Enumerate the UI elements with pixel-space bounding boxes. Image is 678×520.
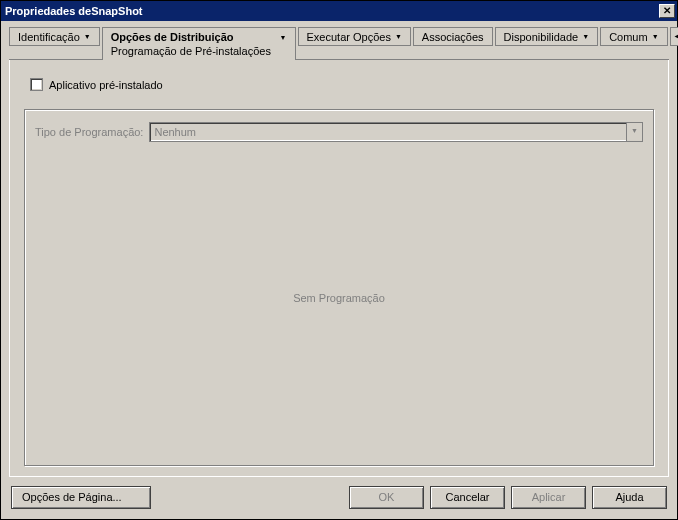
combo-dropdown-button: ▼ — [626, 123, 642, 141]
help-button[interactable]: Ajuda — [592, 486, 667, 509]
tab-label: Associações — [422, 31, 484, 43]
tab-opcoes-distribuicao[interactable]: Opções de Distribuição ▼ Programação de … — [102, 27, 296, 60]
close-icon: ✕ — [663, 5, 671, 16]
chevron-down-icon: ▼ — [395, 33, 402, 40]
titlebar: Propriedades deSnapShot ✕ — [1, 1, 677, 21]
tab-label: Identificação — [18, 31, 80, 43]
chevron-down-icon: ▼ — [631, 127, 638, 134]
preinstalled-label: Aplicativo pré-instalado — [49, 79, 163, 91]
properties-dialog: Propriedades deSnapShot ✕ Identificação … — [0, 0, 678, 520]
tab-associacoes[interactable]: Associações — [413, 27, 493, 46]
window-title: Propriedades deSnapShot — [5, 5, 143, 17]
schedule-placeholder: Sem Programação — [35, 142, 643, 453]
tab-label: Opções de Distribuição — [111, 31, 234, 43]
tab-executar-opcoes[interactable]: Executar Opções ▼ — [298, 27, 411, 46]
tab-scroll-left[interactable]: ◄ — [670, 27, 678, 46]
page-options-button[interactable]: Opções de Página... — [11, 486, 151, 509]
schedule-type-combobox[interactable]: Nenhum ▼ — [149, 122, 643, 142]
chevron-down-icon: ▼ — [280, 34, 287, 41]
tab-label: Executar Opções — [307, 31, 391, 43]
tab-identificacao[interactable]: Identificação ▼ — [9, 27, 100, 46]
schedule-group: Tipo de Programação: Nenhum ▼ Sem Progra… — [24, 109, 654, 466]
close-button[interactable]: ✕ — [659, 4, 675, 18]
dialog-button-bar: Opções de Página... OK Cancelar Aplicar … — [1, 478, 677, 519]
tab-comum[interactable]: Comum ▼ — [600, 27, 667, 46]
schedule-type-label: Tipo de Programação: — [35, 126, 143, 138]
chevron-left-icon: ◄ — [673, 31, 678, 41]
cancel-button[interactable]: Cancelar — [430, 486, 505, 509]
tab-panel: Aplicativo pré-instalado Tipo de Program… — [9, 60, 669, 477]
tab-label: Disponibilidade — [504, 31, 579, 43]
ok-button[interactable]: OK — [349, 486, 424, 509]
schedule-type-row: Tipo de Programação: Nenhum ▼ — [35, 122, 643, 142]
tab-scroll: ◄ ► — [670, 27, 678, 46]
schedule-type-value: Nenhum — [154, 126, 196, 138]
chevron-down-icon: ▼ — [582, 33, 589, 40]
tab-label: Comum — [609, 31, 648, 43]
preinstalled-row: Aplicativo pré-instalado — [30, 78, 654, 91]
tab-sublabel: Programação de Pré-instalações — [111, 45, 271, 57]
preinstalled-checkbox[interactable] — [30, 78, 43, 91]
tab-disponibilidade[interactable]: Disponibilidade ▼ — [495, 27, 599, 46]
chevron-down-icon: ▼ — [652, 33, 659, 40]
apply-button[interactable]: Aplicar — [511, 486, 586, 509]
chevron-down-icon: ▼ — [84, 33, 91, 40]
tab-strip: Identificação ▼ Opções de Distribuição ▼… — [1, 21, 677, 60]
tab-content: Aplicativo pré-instalado Tipo de Program… — [9, 59, 669, 477]
